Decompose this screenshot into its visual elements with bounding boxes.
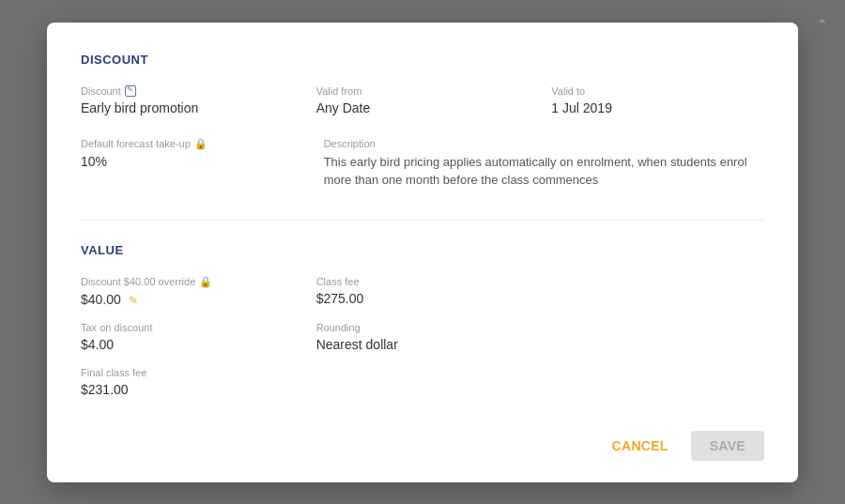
default-forecast-label: Default forecast take-up 🔒 (81, 138, 301, 150)
tax-on-discount-label: Tax on discount (81, 322, 294, 333)
discount-section-title: DISCOUNT (81, 53, 764, 67)
tax-on-discount-group: Tax on discount $4.00 (81, 322, 294, 352)
class-fee-group: Class fee $275.00 (316, 276, 530, 307)
chevron-up-icon: ⌃ (817, 17, 828, 32)
rounding-group: Rounding Nearest dollar (316, 322, 530, 352)
override-lock-icon: 🔒 (199, 276, 212, 288)
modal-footer: CANCEL SAVE (81, 412, 764, 461)
class-fee-label: Class fee (316, 276, 530, 287)
empty-col2 (551, 322, 764, 352)
tax-on-discount-value: $4.00 (81, 337, 294, 352)
section-divider (81, 220, 764, 221)
discount-modal: DISCOUNT Discount Early bird promotion V… (47, 23, 798, 482)
valid-to-label: Valid to (551, 85, 764, 97)
discount-name-label: Discount (81, 85, 294, 97)
value-section: VALUE Discount $40.00 override 🔒 $40.00 … (81, 243, 764, 412)
discount-name-group: Discount Early bird promotion (81, 85, 294, 115)
discount-section: DISCOUNT Discount Early bird promotion V… (81, 53, 764, 212)
default-forecast-value: 10% (81, 154, 301, 169)
description-group: Description This early bird pricing appl… (324, 138, 764, 190)
discount-fields-row1: Discount Early bird promotion Valid from… (81, 85, 764, 130)
override-edit-icon[interactable]: ✎ (129, 294, 138, 307)
class-fee-value: $275.00 (316, 291, 530, 306)
description-label: Description (324, 138, 764, 149)
final-class-fee-label: Final class fee (81, 367, 764, 378)
description-value: This early bird pricing applies automati… (324, 153, 764, 190)
discount-override-group: Discount $40.00 override 🔒 $40.00 ✎ (81, 276, 294, 307)
valid-to-value: 1 Jul 2019 (551, 100, 764, 115)
final-class-fee-group: Final class fee $231.00 (81, 367, 764, 397)
default-forecast-group: Default forecast take-up 🔒 10% (81, 138, 301, 190)
valid-from-group: Valid from Any Date (316, 85, 530, 115)
discount-edit-icon[interactable] (125, 85, 136, 97)
empty-col (551, 276, 764, 307)
cancel-button[interactable]: CANCEL (601, 431, 680, 461)
value-section-title: VALUE (81, 243, 764, 257)
value-fields-row1: Discount $40.00 override 🔒 $40.00 ✎ Clas… (81, 276, 764, 322)
discount-override-label: Discount $40.00 override 🔒 (81, 276, 294, 288)
rounding-label: Rounding (316, 322, 530, 333)
discount-fields-row2: Default forecast take-up 🔒 10% Descripti… (81, 138, 764, 205)
valid-from-label: Valid from (316, 85, 530, 97)
discount-override-value: $40.00 ✎ (81, 292, 294, 307)
value-fields-row2: Tax on discount $4.00 Rounding Nearest d… (81, 322, 764, 367)
rounding-value: Nearest dollar (316, 337, 530, 352)
valid-from-value: Any Date (316, 100, 530, 115)
final-class-fee-value: $231.00 (81, 382, 764, 397)
discount-name-value: Early bird promotion (81, 100, 294, 115)
lock-icon: 🔒 (194, 138, 207, 150)
valid-to-group: Valid to 1 Jul 2019 (551, 85, 764, 115)
save-button[interactable]: SAVE (691, 431, 764, 461)
